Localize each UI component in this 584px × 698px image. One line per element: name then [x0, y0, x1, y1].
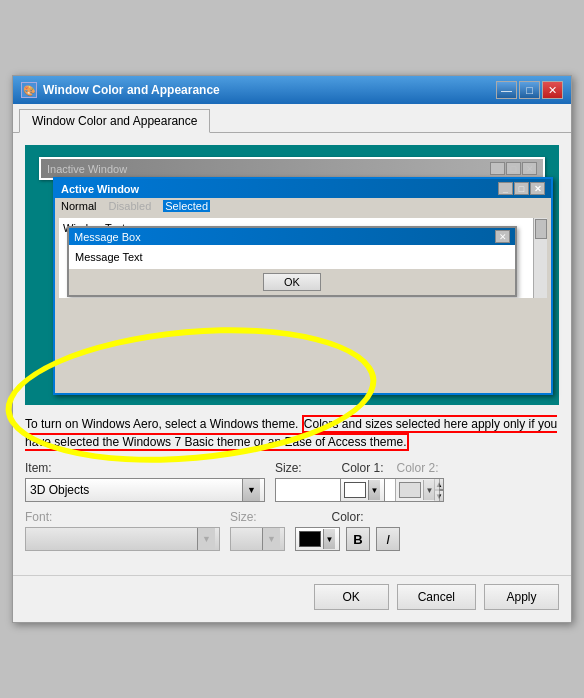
font-size-label: Size: [230, 510, 285, 524]
size-label: Size: [275, 461, 330, 475]
font-label: Font: [25, 510, 220, 524]
inactive-maximize: □ [506, 162, 521, 175]
item-dropdown-value: 3D Objects [30, 483, 89, 497]
notice-text-1: To turn on Windows Aero, select a Window… [25, 417, 302, 431]
bold-button[interactable]: B [346, 527, 370, 551]
menu-item-normal: Normal [61, 200, 96, 212]
size-spinner: ▲ ▼ [275, 478, 330, 502]
cancel-button[interactable]: Cancel [397, 584, 476, 610]
font-size-dropdown[interactable]: ▼ [230, 527, 285, 551]
message-ok-button[interactable]: OK [263, 273, 321, 291]
scrollbar-thumb [535, 219, 547, 239]
menu-item-disabled: Disabled [108, 200, 151, 212]
color2-label: Color 2: [395, 461, 440, 475]
message-box-title: Message Box [74, 231, 141, 243]
color2-arrow: ▼ [423, 480, 435, 500]
inactive-window-title: Inactive Window [47, 163, 127, 175]
close-button[interactable]: ✕ [542, 81, 563, 99]
minimize-button[interactable]: — [496, 81, 517, 99]
dialog-title: Window Color and Appearance [43, 83, 220, 97]
color1-arrow: ▼ [368, 480, 380, 500]
message-box-title-bar: Message Box ✕ [69, 228, 515, 245]
message-content: Message Text [69, 245, 515, 269]
message-box: Message Box ✕ Message Text OK [67, 226, 517, 297]
color1-box[interactable]: ▼ [340, 478, 385, 502]
title-bar: 🎨 Window Color and Appearance — □ ✕ [13, 76, 571, 104]
font-dropdown-arrow: ▼ [197, 528, 215, 550]
message-box-close: ✕ [495, 230, 510, 243]
item-controls-row: Item: 3D Objects ▼ Size: ▲ ▼ [25, 461, 559, 502]
main-dialog: 🎨 Window Color and Appearance — □ ✕ Wind… [12, 75, 572, 623]
font-color-swatch [299, 531, 321, 547]
inactive-minimize: _ [490, 162, 505, 175]
font-color-row: ▼ B I [295, 527, 400, 551]
italic-button[interactable]: I [376, 527, 400, 551]
scrollbar[interactable] [533, 218, 547, 298]
tab-window-color[interactable]: Window Color and Appearance [19, 109, 210, 133]
inactive-window-controls: _ □ ✕ [490, 162, 537, 175]
color2-swatch [399, 482, 421, 498]
inactive-close: ✕ [522, 162, 537, 175]
apply-button[interactable]: Apply [484, 584, 559, 610]
dialog-footer: OK Cancel Apply [13, 575, 571, 622]
message-text: Message Text [75, 251, 143, 263]
message-ok-area: OK [69, 269, 515, 295]
font-color-group: Color: ▼ B I [295, 510, 400, 551]
item-label: Item: [25, 461, 265, 475]
color1-swatch [344, 482, 366, 498]
active-window-controls: _ □ ✕ [498, 182, 545, 195]
active-maximize: □ [514, 182, 529, 195]
ok-button[interactable]: OK [314, 584, 389, 610]
dialog-body: Inactive Window _ □ ✕ Active Window _ □ … [13, 133, 571, 575]
item-group: Item: 3D Objects ▼ [25, 461, 265, 502]
font-size-group: Size: ▼ [230, 510, 285, 551]
item-dropdown[interactable]: 3D Objects ▼ [25, 478, 265, 502]
font-size-arrow: ▼ [262, 528, 280, 550]
font-dropdown[interactable]: ▼ [25, 527, 220, 551]
font-color-box[interactable]: ▼ [295, 527, 340, 551]
active-close: ✕ [530, 182, 545, 195]
window-content: Window Text Message Box ✕ Message Text [59, 218, 547, 298]
title-bar-left: 🎨 Window Color and Appearance [21, 82, 220, 98]
dialog-icon: 🎨 [21, 82, 37, 98]
font-color-label: Color: [295, 510, 400, 524]
font-group: Font: ▼ [25, 510, 220, 551]
preview-area: Inactive Window _ □ ✕ Active Window _ □ … [25, 145, 559, 405]
tab-label: Window Color and Appearance [32, 114, 197, 128]
active-window: Active Window _ □ ✕ Normal Disabled Sele… [53, 177, 553, 395]
menu-item-selected: Selected [163, 200, 210, 212]
title-controls: — □ ✕ [496, 81, 563, 99]
active-window-title: Active Window [61, 183, 139, 195]
color1-group: Color 1: ▼ [340, 461, 385, 502]
active-minimize: _ [498, 182, 513, 195]
color2-box[interactable]: ▼ [395, 478, 440, 502]
tab-bar: Window Color and Appearance [13, 104, 571, 133]
maximize-button[interactable]: □ [519, 81, 540, 99]
font-controls-row: Font: ▼ Size: ▼ Color: [25, 510, 559, 551]
menu-bar: Normal Disabled Selected [55, 198, 551, 214]
inactive-title-bar: Inactive Window _ □ ✕ [41, 159, 543, 178]
size-group: Size: ▲ ▼ [275, 461, 330, 502]
color1-label: Color 1: [340, 461, 385, 475]
item-dropdown-arrow: ▼ [242, 479, 260, 501]
color2-group: Color 2: ▼ [395, 461, 440, 502]
notice-text: To turn on Windows Aero, select a Window… [25, 415, 559, 451]
font-color-arrow: ▼ [323, 529, 335, 549]
active-title-bar: Active Window _ □ ✕ [55, 179, 551, 198]
